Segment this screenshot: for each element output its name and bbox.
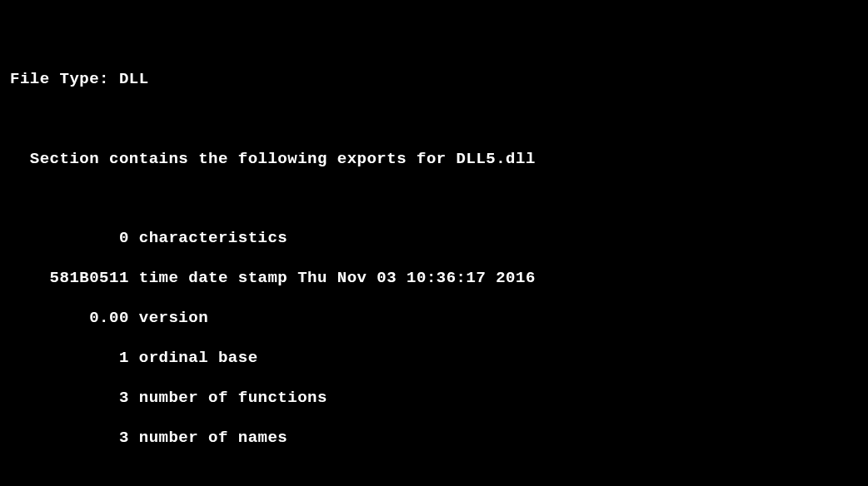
file-type-label: File Type: — [10, 70, 119, 88]
file-type-line: File Type: DLL — [10, 70, 868, 90]
stat-num-names: 3 number of names — [10, 429, 868, 449]
stat-ordinal-base: 1 ordinal base — [10, 349, 868, 369]
file-type-value: DLL — [119, 70, 149, 88]
stat-characteristics: 0 characteristics — [10, 229, 868, 249]
stat-timedate: 581B0511 time date stamp Thu Nov 03 10:3… — [10, 269, 868, 289]
stat-version: 0.00 version — [10, 309, 868, 329]
blank-line — [10, 110, 868, 130]
section-header: Section contains the following exports f… — [10, 150, 868, 170]
blank-line — [10, 189, 868, 209]
blank-line — [10, 469, 868, 486]
stat-num-functions: 3 number of functions — [10, 389, 868, 409]
